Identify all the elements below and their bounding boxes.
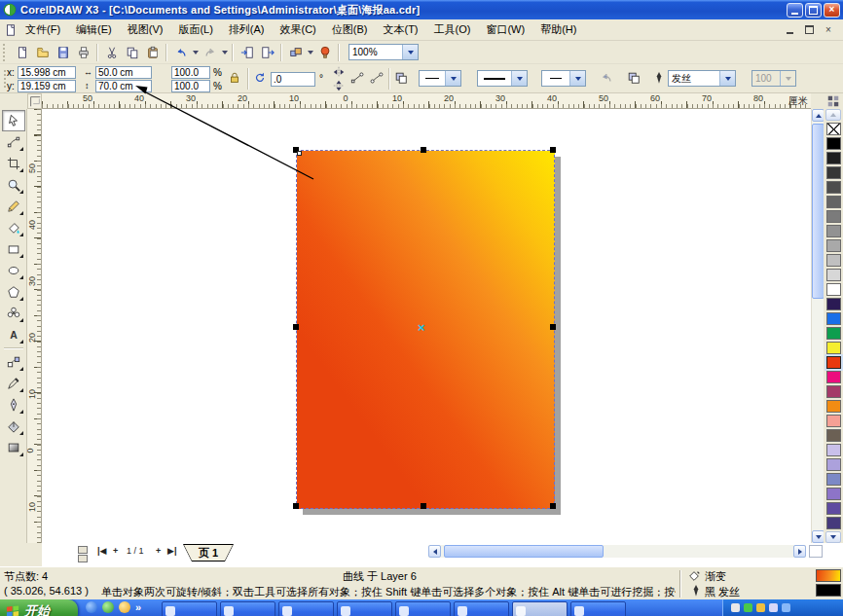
menu-item-6[interactable]: 位图(B): [324, 20, 376, 39]
save-button[interactable]: [53, 43, 73, 62]
color-swatch-1a6fe8[interactable]: [826, 312, 841, 325]
task-button-6[interactable]: [454, 601, 509, 616]
ruler-origin-box[interactable]: [27, 93, 42, 109]
view-navigator-button[interactable]: [76, 545, 90, 562]
chevron-down-icon[interactable]: [719, 71, 735, 86]
color-swatch-5f4ba0[interactable]: [826, 502, 841, 515]
curve-node[interactable]: [297, 151, 302, 156]
mirror-horizontal-button[interactable]: [331, 66, 347, 78]
scroll-left-button[interactable]: [428, 545, 441, 558]
color-swatch-f5a095[interactable]: [826, 415, 841, 427]
start-button[interactable]: 开始: [0, 599, 78, 616]
undo-button[interactable]: [170, 43, 191, 62]
minimize-button[interactable]: [787, 3, 803, 18]
crop-tool[interactable]: [2, 153, 25, 174]
first-page-button[interactable]: |◀: [97, 546, 106, 556]
quick-launch-icon[interactable]: [86, 601, 97, 613]
chevron-down-icon[interactable]: [511, 71, 527, 86]
cut-button[interactable]: [101, 43, 122, 62]
mirror-vertical-button[interactable]: [331, 80, 347, 91]
wrap-paragraph-text-button[interactable]: [625, 69, 642, 87]
color-swatch-c9c0ea[interactable]: [826, 444, 841, 456]
combine-button[interactable]: [392, 69, 410, 87]
task-button-1[interactable]: [162, 601, 217, 616]
palette-scroll-down-button[interactable]: [825, 531, 841, 543]
pick-tool[interactable]: [2, 110, 25, 131]
menu-item-10[interactable]: 帮助(H): [532, 20, 584, 39]
color-swatch-7c89c6[interactable]: [826, 473, 841, 486]
interactive-fill-tool[interactable]: [2, 437, 25, 458]
scroll-right-button[interactable]: [793, 545, 806, 558]
tray-icon[interactable]: [782, 603, 790, 612]
outline-style-combo[interactable]: [477, 70, 528, 87]
selection-handle-top-center[interactable]: [421, 147, 426, 153]
quick-launch-icon[interactable]: [102, 601, 114, 613]
horizontal-scrollbar[interactable]: [428, 545, 806, 558]
menu-item-3[interactable]: 版面(L): [170, 20, 220, 39]
ellipse-tool[interactable]: [2, 260, 25, 281]
scale-v-field[interactable]: [171, 80, 210, 92]
end-arrowhead-combo[interactable]: [541, 70, 586, 87]
restore-button[interactable]: [805, 3, 822, 18]
add-page-after-button[interactable]: +: [156, 546, 161, 556]
redo-dropdown-button[interactable]: [220, 43, 229, 62]
export-button[interactable]: [257, 43, 277, 62]
horizontal-scroll-thumb[interactable]: [444, 545, 604, 558]
color-swatch-8d74c8[interactable]: [826, 488, 841, 500]
mdi-close-button[interactable]: ×: [822, 23, 835, 36]
basic-shapes-tool[interactable]: [2, 303, 25, 324]
horizontal-ruler[interactable]: 厘米 60504030201001020304050607080: [42, 93, 811, 109]
menu-item-4[interactable]: 排列(A): [221, 20, 273, 39]
selection-handle-middle-left[interactable]: [293, 324, 299, 330]
task-button-8[interactable]: [570, 601, 626, 616]
color-swatch-ffffff[interactable]: [826, 283, 841, 296]
task-button-2[interactable]: [220, 601, 275, 616]
menu-item-0[interactable]: 文件(F): [18, 20, 68, 39]
rotation-angle-field[interactable]: [271, 72, 315, 87]
rectangle-tool[interactable]: [2, 238, 25, 260]
task-button-3[interactable]: [278, 601, 334, 616]
menu-item-9[interactable]: 窗口(W): [478, 20, 532, 39]
scale-h-field[interactable]: [171, 66, 210, 79]
task-button-7[interactable]: [512, 601, 568, 616]
selection-handle-top-right[interactable]: [550, 147, 556, 153]
swatch-no-fill[interactable]: [826, 123, 841, 135]
color-swatch-363636[interactable]: [826, 166, 841, 179]
color-swatch-a9a9a9[interactable]: [826, 239, 841, 252]
toolbar-grip[interactable]: [3, 44, 9, 61]
color-swatch-929292[interactable]: [826, 225, 841, 237]
drawing-canvas[interactable]: ×: [42, 109, 811, 543]
curve-node-button-1[interactable]: [348, 69, 366, 87]
mdi-minimize-button[interactable]: [783, 23, 796, 36]
import-button[interactable]: [237, 43, 257, 62]
text-tool[interactable]: A: [2, 324, 25, 345]
palette-options-button[interactable]: [825, 94, 841, 108]
undo-dropdown-button[interactable]: [191, 43, 200, 62]
vertical-ruler[interactable]: 5040302010010: [27, 109, 42, 543]
start-arrowhead-combo[interactable]: [419, 70, 461, 87]
color-swatch-c0c0c0[interactable]: [826, 254, 841, 267]
copy-button[interactable]: [122, 43, 142, 62]
add-page-before-button[interactable]: +: [113, 546, 118, 556]
zoom-tool[interactable]: [2, 174, 25, 196]
object-height-field[interactable]: [95, 80, 152, 92]
outline-width-combo[interactable]: 发丝: [668, 70, 736, 87]
new-document-button[interactable]: [12, 43, 32, 62]
close-button[interactable]: ×: [824, 3, 840, 18]
zoom-dropdown-button[interactable]: [402, 45, 418, 59]
app-launcher-button[interactable]: [285, 43, 306, 62]
object-width-field[interactable]: [95, 66, 152, 79]
color-swatch-6b6054[interactable]: [826, 429, 841, 442]
curve-node-button-2[interactable]: [368, 69, 385, 87]
close-curve-button[interactable]: [598, 69, 615, 87]
menu-item-5[interactable]: 效果(C): [273, 20, 324, 39]
color-swatch-1f1f1f[interactable]: [826, 152, 841, 164]
paste-button[interactable]: [142, 43, 163, 62]
tray-icon[interactable]: [756, 603, 765, 612]
task-button-5[interactable]: [395, 601, 451, 616]
color-swatch-f28c13[interactable]: [826, 400, 841, 413]
shape-tool[interactable]: [2, 131, 25, 153]
tray-icon[interactable]: [769, 603, 778, 612]
interactive-blend-tool[interactable]: [2, 351, 25, 373]
print-button[interactable]: [73, 43, 93, 62]
